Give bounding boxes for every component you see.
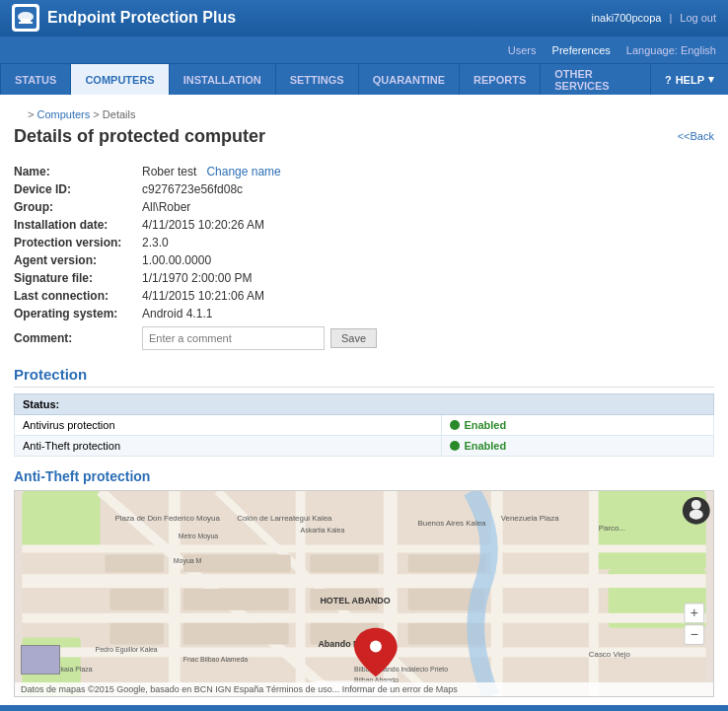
svg-text:Venezuela Plaza: Venezuela Plaza <box>501 514 560 523</box>
device-id-value: c9276723e56fd08c <box>142 182 243 196</box>
bottom-bar: Snap the thief Locate device Lock Wipe <box>0 705 728 711</box>
svg-point-49 <box>370 641 382 653</box>
svg-text:Abando M: Abando M <box>318 639 360 649</box>
group-value: All\Rober <box>142 200 190 214</box>
name-label: Name: <box>14 165 142 178</box>
antitheft-status: Enabled <box>442 436 714 457</box>
map-svg: Plaza de Don Federico Moyua Metro Moyua … <box>15 491 713 696</box>
breadcrumb-current: Details <box>103 108 136 120</box>
svg-text:Askartia Kalea: Askartia Kalea <box>301 527 345 533</box>
svg-rect-28 <box>109 623 163 645</box>
signature-file-value: 1/1/1970 2:00:00 PM <box>142 271 252 285</box>
comment-label: Comment: <box>14 331 142 345</box>
antitheft-section-title: Anti-Theft protection <box>14 468 714 484</box>
last-connection-value: 4/11/2015 10:21:06 AM <box>142 289 264 303</box>
antivirus-status-dot <box>450 420 460 430</box>
operating-system-row: Operating system: Android 4.1.1 <box>14 305 714 322</box>
last-connection-label: Last connection: <box>14 289 142 303</box>
protection-section-title: Protection <box>14 366 714 388</box>
details-table: Name: Rober test Change name Device ID: … <box>14 163 714 354</box>
help-chevron-icon: ▾ <box>708 73 714 86</box>
svg-text:Plaza de Don Federico Moyua: Plaza de Don Federico Moyua <box>114 514 220 523</box>
back-link[interactable]: <<Back <box>678 130 714 142</box>
svg-text:−: − <box>691 626 698 642</box>
username: inaki700pcopa <box>591 12 661 24</box>
svg-rect-20 <box>106 554 164 572</box>
app-title: Endpoint Protection Plus <box>47 9 236 27</box>
svg-text:+: + <box>691 604 698 620</box>
svg-rect-17 <box>589 491 599 696</box>
content-area: > Computers > Details Details of protect… <box>0 95 728 705</box>
protection-version-label: Protection version: <box>14 236 142 249</box>
nav-computers[interactable]: COMPUTERS <box>71 64 169 95</box>
svg-point-58 <box>690 510 703 520</box>
svg-text:Moyua M: Moyua M <box>174 557 202 565</box>
antivirus-row: Antivirus protection Enabled <box>15 415 714 436</box>
svg-text:Colón de Larreategui Kalea: Colón de Larreategui Kalea <box>237 514 332 523</box>
svg-rect-11 <box>22 544 705 552</box>
svg-rect-24 <box>109 589 163 610</box>
antitheft-row: Anti-Theft protection Enabled <box>15 436 714 457</box>
device-id-label: Device ID: <box>14 182 142 196</box>
nav-help[interactable]: ? HELP ▾ <box>651 64 728 95</box>
svg-text:Casco Viejo: Casco Viejo <box>589 650 631 659</box>
nav-settings[interactable]: SETTINGS <box>276 64 359 95</box>
logout-link[interactable]: Log out <box>680 12 716 24</box>
device-id-row: Device ID: c9276723e56fd08c <box>14 180 714 198</box>
nav-users[interactable]: Users <box>508 44 537 56</box>
svg-point-57 <box>692 500 701 510</box>
breadcrumb: > Computers > Details <box>14 103 714 126</box>
agent-version-value: 1.00.00.0000 <box>142 253 211 267</box>
protection-version-row: Protection version: 2.3.0 <box>14 234 714 251</box>
nav-preferences[interactable]: Preferences <box>552 44 611 56</box>
main-nav: STATUS COMPUTERS INSTALLATION SETTINGS Q… <box>0 63 728 95</box>
protection-version-value: 2.3.0 <box>142 236 169 249</box>
nav-status[interactable]: STATUS <box>0 64 71 95</box>
map-thumbnail <box>21 645 60 675</box>
save-button[interactable]: Save <box>330 328 377 348</box>
svg-text:Pedro Eguillor Kalea: Pedro Eguillor Kalea <box>96 646 158 654</box>
svg-rect-29 <box>183 623 289 645</box>
svg-rect-9 <box>22 574 705 588</box>
logo-icon <box>12 4 39 32</box>
svg-text:Fnac Bilbao Alameda: Fnac Bilbao Alameda <box>183 656 249 663</box>
breadcrumb-computers[interactable]: Computers <box>36 108 90 120</box>
svg-text:Parco...: Parco... <box>599 524 625 533</box>
nav-installation[interactable]: INSTALLATION <box>170 64 276 95</box>
agent-version-label: Agent version: <box>14 253 142 267</box>
svg-rect-22 <box>311 554 379 572</box>
map-container[interactable]: Plaza de Don Federico Moyua Metro Moyua … <box>14 490 714 697</box>
name-row: Name: Rober test Change name <box>14 163 714 180</box>
agent-version-row: Agent version: 1.00.00.0000 <box>14 251 714 269</box>
nav-quarantine[interactable]: QUARANTINE <box>359 64 460 95</box>
signature-file-label: Signature file: <box>14 271 142 285</box>
svg-rect-5 <box>22 491 100 549</box>
last-connection-row: Last connection: 4/11/2015 10:21:06 AM <box>14 287 714 305</box>
installation-date-row: Installation date: 4/11/2015 10:20:26 AM <box>14 216 714 234</box>
antivirus-label: Antivirus protection <box>15 415 442 436</box>
svg-rect-23 <box>408 554 486 572</box>
group-label: Group: <box>14 200 142 214</box>
top-bar: Endpoint Protection Plus inaki700pcopa |… <box>0 0 728 36</box>
signature-file-row: Signature file: 1/1/1970 2:00:00 PM <box>14 269 714 287</box>
installation-date-value: 4/11/2015 10:20:26 AM <box>142 218 264 232</box>
comment-input[interactable] <box>142 326 325 350</box>
antitheft-label: Anti-Theft protection <box>15 436 442 457</box>
svg-text:HOTEL ABANDO: HOTEL ABANDO <box>320 596 390 605</box>
operating-system-label: Operating system: <box>14 307 142 320</box>
nav-other-services[interactable]: OTHER SERVICES <box>541 64 651 95</box>
svg-rect-25 <box>183 589 289 610</box>
nav-reports[interactable]: REPORTS <box>460 64 541 95</box>
help-icon: ? <box>665 74 672 86</box>
change-name-link[interactable]: Change name <box>206 165 280 178</box>
status-header: Status: <box>15 394 714 415</box>
svg-rect-10 <box>22 613 705 623</box>
antitheft-status-dot <box>450 441 460 451</box>
svg-text:Buenos Aires Kalea: Buenos Aires Kalea <box>417 519 486 528</box>
map-footer: Datos de mapas ©2015 Google, basado en B… <box>15 682 713 696</box>
comment-row: Comment: Save <box>14 322 714 354</box>
top-bar-right: inaki700pcopa | Log out <box>591 12 716 24</box>
protection-table: Status: Antivirus protection Enabled Ant… <box>14 393 714 457</box>
nav-language[interactable]: Language: English <box>626 44 716 56</box>
operating-system-value: Android 4.1.1 <box>142 307 212 320</box>
